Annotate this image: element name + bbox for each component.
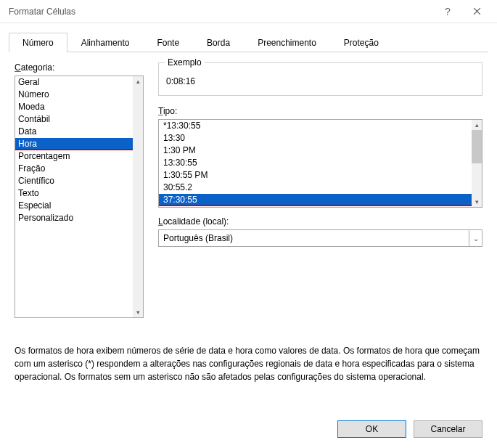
scroll-down-icon[interactable]: ▾ bbox=[472, 197, 482, 207]
type-item[interactable]: 37:30:55 bbox=[159, 194, 472, 206]
tab-borda[interactable]: Borda bbox=[193, 33, 244, 52]
scroll-thumb[interactable] bbox=[472, 130, 482, 163]
scrollbar[interactable]: ▴ ▾ bbox=[133, 76, 143, 317]
dialog-footer: OK Cancelar bbox=[15, 420, 482, 438]
example-group: Exemplo 0:08:16 bbox=[158, 62, 482, 96]
close-button[interactable] bbox=[462, 1, 491, 22]
category-item[interactable]: Porcentagem bbox=[15, 150, 133, 163]
type-listbox[interactable]: *13:30:5513:301:30 PM13:30:551:30:55 PM3… bbox=[158, 119, 482, 208]
tab-fonte[interactable]: Fonte bbox=[143, 33, 193, 52]
example-label: Exemplo bbox=[165, 57, 205, 68]
locale-dropdown[interactable]: Português (Brasil) ⌄ bbox=[158, 229, 482, 247]
scroll-down-icon[interactable]: ▾ bbox=[133, 307, 143, 317]
category-item[interactable]: Especial bbox=[15, 200, 133, 212]
scroll-up-icon[interactable]: ▴ bbox=[133, 76, 143, 86]
type-item[interactable]: 13:30:55 bbox=[159, 157, 472, 169]
category-item[interactable]: Moeda bbox=[15, 101, 133, 113]
category-item[interactable]: Fração bbox=[15, 163, 133, 175]
scroll-up-icon[interactable]: ▴ bbox=[472, 120, 482, 130]
scrollbar[interactable]: ▴ ▾ bbox=[472, 120, 482, 207]
tab-proteção[interactable]: Proteção bbox=[330, 33, 393, 52]
type-item[interactable]: 1:30:55 PM bbox=[159, 169, 472, 182]
close-icon bbox=[473, 7, 481, 15]
type-item[interactable]: 13:30 bbox=[159, 132, 472, 144]
window-title: Formatar Células bbox=[9, 7, 433, 17]
example-value: 0:08:16 bbox=[166, 76, 475, 86]
locale-label: Localidade (local): bbox=[158, 216, 482, 227]
category-item[interactable]: Científico bbox=[15, 175, 133, 187]
chevron-down-icon[interactable]: ⌄ bbox=[469, 230, 482, 246]
tab-strip: NúmeroAlinhamentoFonteBordaPreenchimento… bbox=[9, 32, 488, 52]
type-item[interactable]: *13:30:55 bbox=[159, 120, 472, 132]
category-item[interactable]: Personalizado bbox=[15, 212, 133, 224]
tab-preenchimento[interactable]: Preenchimento bbox=[244, 33, 330, 52]
type-item[interactable]: 1:30 PM bbox=[159, 144, 472, 157]
category-item[interactable]: Número bbox=[15, 89, 133, 101]
category-item[interactable]: Contábil bbox=[15, 113, 133, 126]
category-item[interactable]: Hora bbox=[15, 138, 133, 150]
category-item[interactable]: Geral bbox=[15, 76, 133, 89]
category-listbox[interactable]: GeralNúmeroMoedaContábilDataHoraPorcenta… bbox=[15, 76, 144, 318]
titlebar: Formatar Células ? bbox=[0, 0, 497, 23]
help-button[interactable]: ? bbox=[433, 1, 462, 22]
tab-número[interactable]: Número bbox=[9, 33, 67, 52]
category-item[interactable]: Texto bbox=[15, 187, 133, 200]
type-item[interactable]: 30:55.2 bbox=[159, 182, 472, 194]
locale-value: Português (Brasil) bbox=[159, 233, 469, 243]
category-label: Categoria: bbox=[15, 62, 144, 73]
type-label: Tipo: bbox=[158, 106, 482, 116]
tab-alinhamento[interactable]: Alinhamento bbox=[67, 33, 144, 52]
cancel-button[interactable]: Cancelar bbox=[414, 420, 482, 438]
ok-button[interactable]: OK bbox=[337, 420, 406, 438]
category-item[interactable]: Data bbox=[15, 126, 133, 138]
description-text: Os formatos de hora exibem números de sé… bbox=[15, 344, 482, 383]
